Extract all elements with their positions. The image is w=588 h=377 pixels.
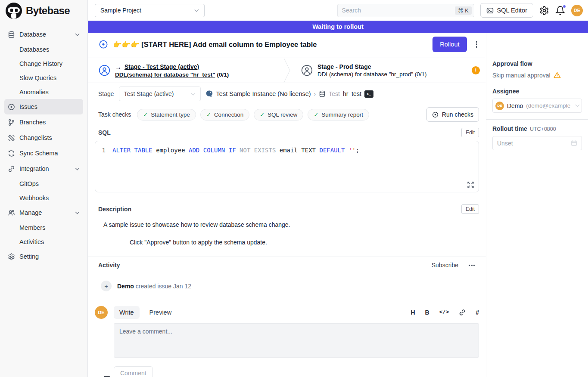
brand-logo[interactable]: Bytebase: [0, 0, 87, 22]
sql-editor-button[interactable]: SQL Editor: [480, 3, 533, 18]
stage-task: DDL(schema) for database "hr_prod" (0/1): [317, 71, 426, 77]
stage-title: Stage - Prod Stage: [317, 63, 371, 70]
sidebar-item-manage[interactable]: Manage: [4, 205, 83, 220]
brand-name: Bytebase: [26, 5, 70, 17]
link-icon[interactable]: [459, 309, 466, 316]
stage-select-label: Stage: [98, 90, 114, 97]
sql-section: SQL Edit 1 ALTER TABLE employee ADD COLU…: [88, 124, 486, 192]
sidebar-item-sync-schema[interactable]: Sync Schema: [4, 145, 83, 161]
rollout-time-placeholder: Unset: [497, 140, 513, 147]
database-link[interactable]: hr_test: [343, 90, 361, 97]
activity-actor: Demo: [117, 283, 134, 290]
chevron-right-icon: ›: [314, 90, 316, 97]
check-pill-connection[interactable]: ✓ Connection: [200, 109, 249, 121]
pencil-ruler-icon: [8, 134, 15, 142]
bold-icon[interactable]: B: [425, 309, 429, 316]
comment-submit-button[interactable]: Comment: [114, 366, 153, 377]
task-checks-row: Task checks ✓ Statement type ✓ Connectio…: [88, 105, 486, 124]
sidebar-item-webhooks[interactable]: Webhooks: [4, 191, 83, 205]
issue-title: 👉👉👉 [START HERE] Add email column to Emp…: [113, 40, 317, 49]
ellipsis-menu-icon[interactable]: [469, 265, 475, 266]
kebab-menu-icon[interactable]: [474, 39, 479, 49]
rollout-time-input[interactable]: Unset: [492, 136, 582, 150]
hash-icon[interactable]: #: [476, 309, 479, 316]
code-icon[interactable]: </>: [439, 309, 449, 315]
topbar: Sample Project ⌘ K SQL Editor DE: [88, 0, 588, 21]
activity-title: Activity: [95, 262, 120, 269]
stage-task-count: (0/1): [217, 71, 229, 78]
stage-separator: [283, 58, 290, 83]
notification-dot: [563, 5, 566, 8]
sql-section-title: SQL: [95, 129, 111, 136]
sidebar-item-integration[interactable]: Integration: [4, 161, 83, 176]
assignee-avatar: DE: [495, 102, 504, 110]
stage-strip: → Stage - Test Stage (active) DDL(schema…: [88, 58, 486, 83]
chevron-down-icon: [75, 167, 80, 171]
sidebar-item-gitops[interactable]: GitOps: [4, 176, 83, 191]
stage-card-test[interactable]: → Stage - Test Stage (active) DDL(schema…: [88, 58, 283, 83]
stage-card-prod[interactable]: Stage - Prod Stage DDL(schema) for datab…: [290, 58, 486, 83]
plus-icon: +: [101, 281, 112, 291]
search-box[interactable]: ⌘ K: [337, 4, 474, 17]
sidebar-item-changelists[interactable]: Changelists: [4, 130, 83, 145]
search-input[interactable]: [342, 7, 453, 14]
description-edit-button[interactable]: Edit: [461, 204, 479, 214]
sidebar-item-activities[interactable]: Activities: [4, 235, 83, 249]
description-section: Description Edit A sample issue to showc…: [88, 201, 486, 246]
rollout-timezone: UTC+0800: [530, 126, 556, 132]
description-line: Click "Approve" button to apply the sche…: [130, 239, 479, 246]
notification-bell-icon[interactable]: [555, 6, 565, 15]
command-k-shortcut: ⌘ K: [455, 6, 471, 15]
bytebase-app: Bytebase Database Databases Change Histo…: [0, 0, 588, 377]
heading-icon[interactable]: H: [411, 309, 415, 316]
calendar-icon: [571, 140, 577, 146]
activity-section: Activity Subscribe + Demo created issue …: [88, 256, 486, 291]
terminal-icon: [486, 7, 494, 14]
check-pill-statement-type[interactable]: ✓ Statement type: [137, 109, 196, 121]
rollout-button[interactable]: Rollout: [432, 37, 467, 52]
sidebar-item-setting[interactable]: Setting: [4, 249, 83, 264]
sidebar-item-members[interactable]: Members: [4, 220, 83, 235]
subscribe-button[interactable]: Subscribe: [432, 262, 458, 269]
check-pill-summary-report[interactable]: ✓ Summary report: [308, 109, 369, 121]
sync-arrows-icon: [8, 150, 15, 157]
assignee-name: Demo: [507, 102, 523, 109]
user-avatar[interactable]: DE: [571, 5, 583, 16]
chain-link-icon: [8, 165, 15, 173]
divider: [486, 119, 588, 120]
stage-selector-row: Stage Test Stage (active) Test Sample In…: [88, 83, 486, 105]
run-checks-button[interactable]: Run checks: [426, 107, 479, 122]
tab-preview[interactable]: Preview: [144, 306, 177, 319]
sql-statement: ALTER TABLE employee ADD COLUMN IF NOT E…: [112, 146, 359, 155]
stage-task-link[interactable]: DDL(schema) for database "hr_test": [115, 71, 215, 78]
comment-input[interactable]: [114, 323, 479, 358]
sql-editor[interactable]: 1 ALTER TABLE employee ADD COLUMN IF NOT…: [95, 141, 479, 192]
sidebar-item-slow-queries[interactable]: Slow Queries: [4, 71, 83, 85]
sql-edit-button[interactable]: Edit: [461, 128, 479, 137]
stage-select[interactable]: Test Stage (active): [119, 87, 201, 101]
sidebar-item-database[interactable]: Database: [4, 27, 83, 42]
tab-write[interactable]: Write: [114, 306, 140, 319]
settings-gear-icon[interactable]: [539, 6, 549, 15]
sidebar-item-branches[interactable]: Branches: [4, 114, 83, 130]
users-icon: [8, 209, 15, 216]
check-icon: ✓: [143, 111, 148, 118]
chevron-down-icon: [194, 8, 199, 13]
assignee-select[interactable]: DE Demo (demo@example: [492, 99, 582, 113]
activity-item: + Demo created issue Jan 12: [101, 281, 479, 291]
sidebar-item-databases[interactable]: Databases: [4, 42, 83, 56]
sidebar-item-change-history[interactable]: Change History: [4, 56, 83, 71]
chevron-down-icon: [75, 210, 80, 215]
check-pill-sql-review[interactable]: ✓ SQL review: [254, 109, 303, 121]
warning-circle-icon: !: [472, 66, 480, 74]
gear-icon: [8, 253, 15, 260]
sidebar-item-anomalies[interactable]: Anomalies: [4, 85, 83, 99]
expand-icon[interactable]: [467, 181, 474, 188]
active-stage-arrow: →: [115, 63, 121, 71]
sidebar-item-issues[interactable]: Issues: [4, 99, 83, 114]
open-sql-editor-icon[interactable]: >_: [364, 90, 373, 98]
instance-link[interactable]: Test Sample Instance (No license): [216, 90, 311, 97]
project-select[interactable]: Sample Project: [95, 4, 205, 17]
description-title: Description: [95, 206, 131, 213]
chevron-down-icon: [191, 92, 196, 96]
